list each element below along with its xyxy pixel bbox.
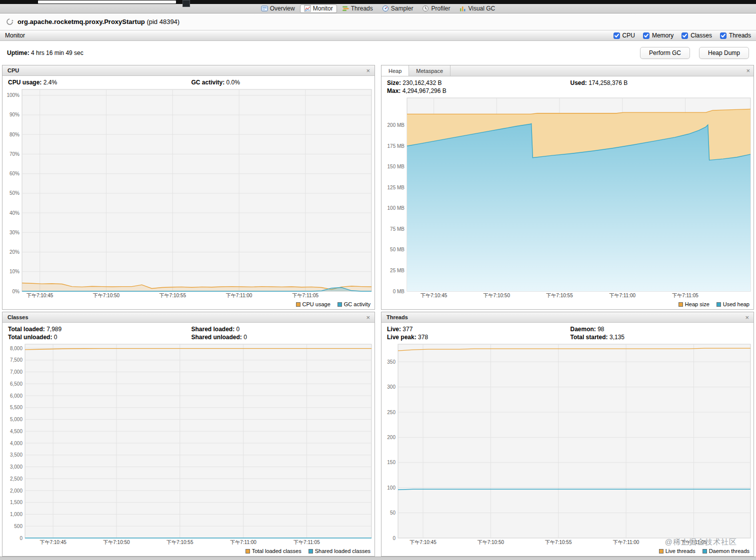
threads-panel-close-icon[interactable]: × [744, 314, 750, 321]
heap-panel-close-icon[interactable]: × [744, 67, 752, 74]
svg-text:下午7:10:50: 下午7:10:50 [484, 293, 510, 298]
tab-label: Profiler [431, 5, 450, 12]
stat-value: 0 [54, 334, 58, 341]
uptime-label: Uptime: [7, 49, 30, 56]
stat-label: Live: [387, 326, 401, 333]
classes-panel: Classes × Total loaded: 7,989 Shared loa… [2, 312, 375, 557]
stat-label: Used: [570, 79, 587, 86]
live-threads-swatch [659, 549, 664, 554]
svg-text:4,000: 4,000 [10, 441, 22, 446]
legend-label: Shared loaded classes [315, 548, 370, 554]
used-heap-swatch [716, 302, 721, 307]
legend-item: Daemon threads [702, 548, 750, 554]
stat-value: 174,258,376 B [588, 79, 628, 86]
svg-text:3,500: 3,500 [10, 452, 22, 458]
svg-text:7,500: 7,500 [10, 357, 22, 363]
monitor-icon [304, 5, 311, 12]
stat-heap-max: Max: 4,294,967,296 B [387, 87, 570, 95]
svg-text:25 MB: 25 MB [390, 268, 404, 273]
stat-label: Daemon: [570, 326, 596, 333]
stat-total-started: Total started: 3,135 [570, 333, 754, 341]
tab-metaspace[interactable]: Metaspace [409, 65, 450, 76]
monitor-section-title: Monitor [5, 32, 25, 39]
stat-value: 4,294,967,296 B [402, 87, 446, 94]
cpu-legend: CPU usage GC activity [2, 299, 374, 309]
legend-label: Used heap [723, 301, 750, 307]
svg-text:5,500: 5,500 [10, 405, 22, 410]
tab-label: Threads [351, 5, 373, 12]
refresh-spinner-icon [6, 18, 14, 25]
visual-gc-icon [459, 5, 466, 12]
checkbox-cpu[interactable]: CPU [614, 32, 635, 39]
process-name: org.apache.rocketmq.proxy.ProxyStartup [18, 18, 145, 25]
checkbox-threads[interactable]: Threads [720, 32, 751, 39]
checkbox-label: CPU [622, 32, 635, 39]
stat-live-peak: Live peak: 378 [387, 333, 570, 341]
svg-text:下午7:10:50: 下午7:10:50 [103, 540, 130, 545]
svg-text:1,500: 1,500 [10, 500, 22, 505]
svg-text:500: 500 [14, 524, 22, 529]
stat-value: 0.0% [226, 79, 240, 86]
shared-loaded-swatch [308, 549, 313, 554]
stat-value: 0 [244, 334, 247, 341]
legend-item: Used heap [716, 301, 750, 307]
stat-value: 0 [236, 326, 240, 333]
svg-text:8,000: 8,000 [10, 346, 22, 351]
stat-label: Live peak: [387, 334, 416, 341]
svg-text:下午7:10:55: 下午7:10:55 [166, 540, 194, 545]
charts-grid: CPU × CPU usage: 2.4% GC activity: 0.0% … [0, 65, 756, 557]
stat-value: 3,135 [610, 334, 624, 341]
tab-monitor[interactable]: Monitor [300, 4, 337, 13]
tab-heap[interactable]: Heap [382, 65, 409, 76]
cpu-panel-close-icon[interactable]: × [364, 67, 372, 74]
stat-heap-size: Size: 230,162,432 B [387, 79, 570, 87]
classes-chart: 05001,0001,5002,0002,5003,0003,5004,0004… [2, 343, 374, 546]
svg-text:下午7:10:50: 下午7:10:50 [478, 540, 504, 545]
svg-text:1,000: 1,000 [10, 512, 22, 517]
tab-profiler[interactable]: Profiler [418, 4, 454, 13]
svg-text:7,000: 7,000 [10, 369, 22, 375]
classes-stats-row: Total unloaded: 0 Shared unloaded: 0 [2, 333, 374, 341]
classes-panel-title: Classes [6, 314, 364, 320]
svg-text:250: 250 [387, 410, 396, 415]
legend-label: Total loaded classes [252, 548, 302, 554]
tab-sampler[interactable]: Sampler [378, 4, 418, 13]
overview-icon [261, 5, 268, 12]
cpu-stats: CPU usage: 2.4% GC activity: 0.0% [2, 76, 374, 88]
checkbox-check-icon [614, 32, 620, 39]
stat-cpu-usage: CPU usage: 2.4% [8, 78, 192, 86]
svg-text:75 MB: 75 MB [390, 226, 404, 232]
threads-stats-row: Live: 377 Daemon: 98 [382, 325, 754, 333]
checkbox-memory[interactable]: Memory [643, 32, 674, 39]
menubar-remnant-field [38, 0, 176, 3]
legend-label: GC activity [344, 301, 370, 307]
heap-stats-row: Max: 4,294,967,296 B [382, 87, 754, 95]
svg-text:5,000: 5,000 [10, 417, 22, 422]
tab-overview[interactable]: Overview [257, 4, 299, 13]
svg-text:100: 100 [387, 485, 396, 491]
stat-label: Total unloaded: [8, 334, 52, 341]
svg-text:100 MB: 100 MB [388, 205, 405, 211]
classes-panel-close-icon[interactable]: × [364, 314, 372, 321]
svg-text:150 MB: 150 MB [388, 164, 405, 169]
svg-text:2,500: 2,500 [10, 476, 22, 482]
menubar-remnant [0, 0, 756, 4]
perform-gc-button[interactable]: Perform GC [640, 47, 690, 59]
threads-legend: Live threads Daemon threads [382, 546, 754, 556]
tab-threads[interactable]: Threads [338, 4, 377, 13]
svg-text:0 MB: 0 MB [393, 289, 405, 294]
svg-text:60%: 60% [10, 171, 20, 176]
stat-value: 230,162,432 B [402, 79, 442, 86]
stat-gc-activity: GC activity: 0.0% [192, 78, 375, 86]
stat-heap-used: Used: 174,258,376 B [570, 79, 754, 87]
stat-daemon: Daemon: 98 [570, 325, 754, 333]
tab-visual-gc[interactable]: Visual GC [455, 4, 499, 13]
svg-text:175 MB: 175 MB [388, 143, 405, 149]
cpu-stats-row: CPU usage: 2.4% GC activity: 0.0% [2, 78, 374, 86]
heap-dump-button[interactable]: Heap Dump [699, 47, 749, 59]
svg-text:150: 150 [387, 460, 396, 465]
svg-text:50 MB: 50 MB [390, 247, 404, 252]
checkbox-classes[interactable]: Classes [682, 32, 712, 39]
sampler-icon [382, 5, 389, 12]
uptime: Uptime: 4 hrs 16 min 49 sec [7, 49, 84, 56]
